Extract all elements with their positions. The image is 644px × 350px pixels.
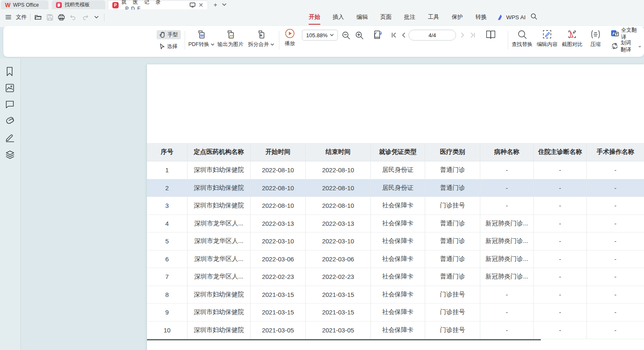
screenshot-compare-button[interactable]: 截图对比 [560, 29, 585, 48]
hamburger-icon[interactable] [4, 13, 13, 21]
table-cell: 深圳市龙华区人... [188, 215, 251, 233]
close-tab-icon[interactable]: ✕ [198, 2, 203, 8]
pdf-convert-button[interactable]: W PDF转换 [185, 29, 217, 48]
first-page-icon[interactable] [390, 30, 398, 40]
prev-page-icon[interactable] [400, 30, 407, 40]
table-cell: - [534, 250, 587, 268]
table-cell: 2022-08-10 [306, 161, 371, 179]
print-icon[interactable] [57, 13, 66, 21]
save-icon[interactable] [46, 13, 54, 21]
bookmark-icon[interactable] [5, 67, 15, 76]
hand-tool-button[interactable]: 手型 [157, 30, 181, 39]
table-cell: 深圳市妇幼保健院 [188, 304, 251, 322]
comment-icon[interactable] [5, 100, 15, 110]
pdf-page[interactable]: 序号定点医药机构名称开始时间结束时间就诊凭证类型医疗类别病种名称住院主诊断名称手… [147, 64, 644, 350]
wps-ai-button[interactable]: WPS AI [498, 10, 526, 25]
menu-item-编辑[interactable]: 编辑 [356, 13, 368, 21]
table-cell: - [587, 179, 644, 197]
edit-content-button[interactable]: 编辑内容 [535, 29, 560, 48]
medical-records-table: 序号定点医药机构名称开始时间结束时间就诊凭证类型医疗类别病种名称住院主诊断名称手… [147, 143, 644, 339]
table-cell: 门诊挂号 [425, 286, 480, 304]
tab-document-active[interactable]: P 就 医 记 录 .PDF ✕ [108, 0, 208, 9]
menu-item-开始[interactable]: 开始 [308, 13, 321, 21]
table-cell: 新冠肺炎门诊... [480, 268, 534, 286]
table-cell: 2022-03-10 [306, 232, 371, 250]
tab-docer[interactable]: 找稻壳模板 [52, 0, 105, 9]
table-cell: 门诊挂号 [425, 197, 480, 215]
edit-content-icon [542, 29, 552, 39]
table-cell: - [587, 322, 644, 340]
table-row[interactable]: 7深圳市龙华区人...2022-02-232022-02-23社会保障卡普通门诊… [147, 268, 644, 286]
menu-search-icon[interactable] [530, 13, 538, 22]
table-row[interactable]: 3深圳市妇幼保健院2022-08-102022-08-10社会保障卡门诊挂号--… [147, 197, 644, 215]
table-cell: 深圳市妇幼保健院 [188, 322, 251, 340]
table-row[interactable]: 4深圳市龙华区人...2022-03-132022-03-13社会保障卡普通门诊… [147, 215, 644, 233]
monitor-icon[interactable] [190, 3, 195, 8]
next-page-icon[interactable] [459, 30, 466, 40]
zoom-in-icon[interactable] [354, 30, 364, 40]
new-tab-button[interactable]: ＋ [212, 0, 218, 9]
split-merge-button[interactable]: 拆分合并 [245, 29, 277, 48]
full-translate-icon: A [611, 30, 619, 38]
table-row[interactable]: 2深圳市妇幼保健院2022-08-102022-08-10居民身份证普通门诊--… [147, 179, 644, 197]
table-header-cell: 医疗类别 [425, 143, 480, 161]
quick-access-chevron-icon[interactable] [92, 13, 101, 21]
table-cell: 社会保障卡 [371, 215, 425, 233]
attachment-clip-icon[interactable] [5, 117, 15, 126]
table-cell: 门诊挂号 [425, 322, 480, 340]
menu-item-页面[interactable]: 页面 [380, 13, 392, 21]
table-cell: 9 [147, 304, 188, 322]
thumbnail-image-icon[interactable] [5, 84, 15, 93]
divider [30, 13, 30, 21]
page-number-input[interactable]: 4/4 [408, 30, 456, 41]
menu-item-保护[interactable]: 保护 [451, 13, 464, 21]
table-cell: - [480, 304, 534, 322]
table-cell: 2021-03-15 [251, 286, 306, 304]
table-row[interactable]: 1深圳市妇幼保健院2022-08-102022-08-10居民身份证普通门诊--… [147, 161, 644, 179]
tab-wps-home[interactable]: W WPS Office [1, 0, 48, 9]
menu-bar: 文件 开始插入编辑页面批注工具保护转换 W [0, 10, 644, 25]
layers-icon[interactable] [5, 150, 15, 159]
tab-strip: W WPS Office 找稻壳模板 P 就 医 记 录 .PDF ✕ ＋ [0, 0, 644, 10]
table-row[interactable]: 6深圳市龙华区人...2022-03-062022-03-06社会保障卡普通门诊… [147, 250, 644, 268]
last-page-icon[interactable] [469, 30, 477, 40]
select-tool-button[interactable]: 选择 [157, 42, 180, 51]
zoom-out-icon[interactable] [341, 30, 351, 40]
menu-item-工具[interactable]: 工具 [427, 13, 440, 21]
undo-icon[interactable] [69, 13, 77, 21]
table-cell: 社会保障卡 [371, 232, 425, 250]
table-row[interactable]: 5深圳市龙华区人...2022-03-102022-03-10社会保障卡普通门诊… [147, 232, 644, 250]
tab-list-chevron-icon[interactable] [222, 0, 226, 9]
table-header-cell: 病种名称 [480, 143, 534, 161]
page-indicator: 4/4 [428, 32, 436, 38]
table-cell: 5 [147, 232, 188, 250]
table-cell: 2022-08-10 [306, 197, 371, 215]
find-replace-button[interactable]: 查找替换 [510, 29, 535, 48]
table-cell: - [534, 179, 587, 197]
zoom-level-select[interactable]: 105.88% [302, 30, 338, 41]
table-row[interactable]: 8深圳市妇幼保健院2021-03-152021-03-15社会保障卡门诊挂号--… [147, 286, 644, 304]
play-button[interactable]: 播放 [280, 28, 300, 47]
rotate-pages-icon[interactable] [370, 29, 385, 41]
open-file-icon[interactable] [34, 13, 42, 21]
table-cell: 2021-03-15 [306, 286, 371, 304]
export-image-label: 输出为图片 [218, 41, 244, 48]
table-row[interactable]: 10深圳市妇幼保健院2021-03-052021-03-05社会保障卡门诊挂号-… [147, 322, 644, 340]
full-translate-button[interactable]: A 全文翻译 [608, 29, 644, 38]
svg-text:A: A [615, 43, 618, 47]
table-cell: 2 [147, 179, 188, 197]
read-mode-icon[interactable] [484, 29, 497, 41]
menu-item-转换[interactable]: 转换 [475, 13, 487, 21]
signature-pen-icon[interactable] [5, 133, 15, 143]
redo-icon[interactable] [81, 13, 89, 21]
word-translate-button[interactable]: A文 划词翻译 [608, 42, 644, 51]
compress-button[interactable]: 压缩 [585, 29, 606, 48]
export-image-button[interactable]: 输出为图片 [213, 29, 248, 48]
table-row[interactable]: 9深圳市妇幼保健院2021-03-152021-03-15社会保障卡门诊挂号--… [147, 304, 644, 322]
screenshot-compare-icon [567, 29, 577, 39]
menu-item-插入[interactable]: 插入 [332, 13, 345, 21]
table-cell: 深圳市妇幼保健院 [188, 179, 251, 197]
file-menu[interactable]: 文件 [16, 13, 27, 21]
menu-item-批注[interactable]: 批注 [403, 13, 416, 21]
export-image-icon [226, 29, 236, 39]
